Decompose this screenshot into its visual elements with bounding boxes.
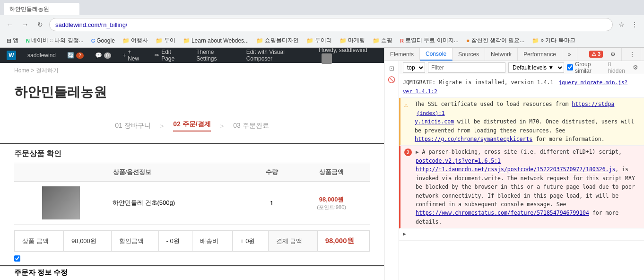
browser-tab[interactable]: 하안민들레농원 [4, 3, 79, 15]
wp-site-item[interactable]: saddlewind [25, 48, 59, 63]
howdy-text: Howdy, saddlewind [319, 48, 367, 53]
order-info-title: 주문자 정보 수정 [0, 265, 384, 280]
devtools-settings-icon[interactable]: ⚙ [605, 48, 622, 61]
back-button[interactable]: ← [4, 18, 16, 31]
context-select[interactable]: top [403, 62, 425, 73]
levels-dropdown[interactable]: Default levels ▼ [508, 62, 564, 73]
wp-comments-item[interactable]: 💬 0 [92, 48, 114, 63]
ssl-link-1[interactable]: https://stdpa [572, 101, 614, 107]
devtools-console-toolbar: top Default levels ▼ Group similar 8 hid… [399, 61, 644, 74]
wp-new-item[interactable]: + + New [120, 48, 146, 63]
table-row: 하얀민들레 건초(500g) 1 98,000원 (포인트:980) [14, 182, 370, 225]
forward-button[interactable]: → [19, 18, 31, 31]
updates-badge: 2 [76, 52, 84, 59]
bookmark-naver[interactable]: N 네이버 :: 나의 경쟁... [23, 35, 87, 45]
wp-howdy: Howdy, saddlewind [319, 48, 380, 64]
bookmarks-bar: ⊞ 앱 N 네이버 :: 나의 경쟁... G Google 📁 여행사 📁 투… [0, 34, 644, 47]
devtools-tab-more[interactable]: » [562, 48, 577, 61]
step-order: 02 주문/결제 [173, 120, 210, 131]
devtools-left-icons: ⊡ 🚫 [384, 61, 399, 280]
err-link-chrome[interactable]: https://www.chromestatus.com/feature/571… [416, 210, 589, 216]
ssl-source[interactable]: (index):1 [417, 110, 445, 116]
more-tabs-icon: » [568, 51, 571, 58]
bookmark-ideas[interactable]: ● 참신한 생각이 필요... [463, 35, 528, 45]
th-product: 상품/옵션정보 [14, 163, 250, 182]
console-inspect-icon[interactable]: ⊡ [386, 63, 397, 73]
site-name: saddlewind [27, 52, 56, 59]
performance-tab-label: Performance [523, 51, 556, 58]
msg-text-1: JQMIGRATE: Migrate is installed, version… [403, 78, 640, 96]
console-message-1: JQMIGRATE: Migrate is installed, version… [399, 76, 644, 98]
filter-input[interactable] [428, 62, 505, 73]
bookmark-apps[interactable]: ⊞ 앱 [4, 35, 21, 45]
expand-arrow[interactable]: ▶ [416, 149, 419, 155]
comments-badge: 0 [104, 52, 112, 59]
err-link-1[interactable]: postcode.v2.js?ver=1.6.5:1 [416, 158, 501, 164]
devtools-more-icon[interactable]: ⋮ [624, 48, 641, 61]
console-clear-icon[interactable]: 🚫 [386, 74, 397, 85]
avatar-icon [322, 53, 332, 64]
devtools-tab-performance[interactable]: Performance [518, 48, 562, 61]
wp-vc-item[interactable]: Edit with Visual Composer [244, 48, 313, 63]
site-title: 하안민들레농원 [0, 79, 384, 111]
err-link-daum[interactable]: http://t1.daumcdn.net/cssjs/postcode/152… [416, 166, 615, 173]
devtools-tab-console[interactable]: Console [420, 48, 453, 61]
bookmark-travel[interactable]: 📁 여행사 [120, 35, 151, 45]
refresh-button[interactable]: ↻ [34, 18, 46, 31]
hidden-count: 8 hidden [608, 61, 628, 74]
step-complete-label: 03 주문완료 [233, 122, 269, 130]
product-points: (포인트:980) [298, 204, 365, 211]
devtools-tab-elements[interactable]: Elements [384, 48, 420, 61]
step-cart: 01 장바구니 [115, 122, 150, 130]
console-message-2: ⚠ The SSL certificate used to load resou… [399, 98, 644, 146]
warn-icon: ⚠ [404, 100, 411, 143]
tab-title: 하안민들레농원 [9, 5, 49, 13]
product-image [42, 186, 80, 219]
browser-menu-icon[interactable]: ⋮ [629, 19, 640, 30]
msg-text-2: The SSL certificate used to load resourc… [415, 100, 640, 143]
bookmark-tour[interactable]: 📁 투어 [153, 35, 178, 45]
discount-label: 할인금액 [111, 231, 158, 252]
devtools-tab-sources[interactable]: Sources [453, 48, 485, 61]
product-image-cell [14, 182, 108, 225]
order-checkbox[interactable] [14, 255, 20, 262]
shipping-value: + 0원 [232, 231, 268, 252]
bookmark-shopping[interactable]: 📁 쇼핑 [370, 35, 395, 45]
product-amount-value: 98,000원 [64, 231, 112, 252]
group-similar-label[interactable]: Group similar [567, 61, 605, 74]
bookmark-webdes[interactable]: 📁 Learn about Webdes... [180, 36, 252, 45]
address-bar[interactable]: saddlewind.com/rn_billing/ [49, 18, 613, 31]
bookmark-google[interactable]: G Google [88, 36, 118, 45]
wp-updates-item[interactable]: 🔄 2 [64, 48, 87, 63]
product-price: 98,000원 [298, 195, 365, 204]
bookmark-tourri[interactable]: 📁 투어리 [304, 35, 335, 45]
product-price-cell: 98,000원 (포인트:980) [293, 182, 370, 225]
bookmark-shopping-design[interactable]: 📁 쇼핑몰디자인 [253, 35, 302, 45]
toolbar-icons: ☆ ⋮ [616, 19, 640, 30]
bookmark-marketing[interactable]: 📁 마케팅 [337, 35, 368, 45]
devtools-tab-network[interactable]: Network [485, 48, 518, 61]
devtools-tabs: Elements Console Sources Network Perform… [384, 48, 644, 61]
bottom-expand-arrow[interactable]: ▶ [403, 230, 406, 238]
bookmark-royalty[interactable]: R 로열티 무료 이미지... [397, 35, 461, 45]
folder-icon: 📁 [122, 37, 130, 44]
group-similar-checkbox[interactable] [567, 64, 573, 70]
bookmark-star-icon[interactable]: ☆ [616, 19, 627, 30]
step-divider-2: > [220, 122, 224, 130]
step-complete: 03 주문완료 [233, 122, 269, 130]
ssl-link-3[interactable]: https://g.co/chrome/symantecpkicerts [415, 136, 532, 142]
product-name-cell: 하얀민들레 건초(500g) [108, 182, 250, 225]
theme-label: Theme Settings [196, 49, 235, 62]
wp-logo-item[interactable]: W [4, 48, 19, 63]
folder-icon-7: 📁 [373, 37, 380, 44]
bookmark-other[interactable]: 📁 » 기타 북마크 [529, 35, 578, 45]
error-count-badge: ⚠ 3 [589, 51, 603, 58]
ssl-link-2[interactable]: y.inicis.com [415, 118, 454, 125]
vc-label: Edit with Visual Composer [246, 49, 311, 62]
breadcrumb: Home > 결제하기 [0, 63, 384, 79]
sources-tab-label: Sources [458, 51, 479, 58]
wp-edit-page-item[interactable]: ✏ Edit Page [152, 48, 188, 63]
console-settings-icon[interactable]: ⚙ [631, 62, 640, 73]
order-confirm-title: 주문상품 확인 [0, 143, 384, 163]
wp-theme-item[interactable]: Theme Settings [193, 48, 237, 63]
